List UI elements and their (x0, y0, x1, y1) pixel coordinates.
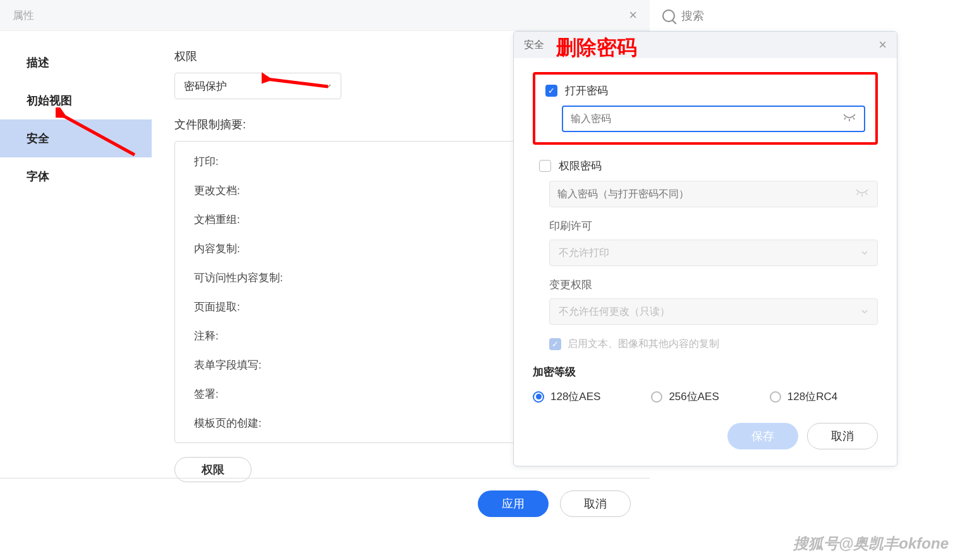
sidebar-item-fonts[interactable]: 字体 (0, 157, 152, 195)
open-password-checkbox[interactable]: ✓ (545, 85, 557, 97)
arrow-annotation (56, 107, 138, 158)
perm-password-input-wrap (549, 181, 878, 207)
print-permission-select: 不允许打印 (549, 240, 878, 266)
chevron-down-icon (861, 249, 868, 257)
radio-icon (651, 391, 662, 403)
encryption-option-128rc4[interactable]: 128位RC4 (770, 389, 837, 404)
open-password-input[interactable] (562, 106, 865, 132)
dialog-footer: 应用 取消 (0, 478, 650, 528)
security-title: 安全 (524, 39, 544, 52)
copy-content-row: ✓ 启用文本、图像和其他内容的复制 (549, 338, 878, 351)
watermark: 搜狐号@奥凯丰okfone (793, 533, 949, 554)
cancel-button[interactable]: 取消 (807, 423, 878, 449)
dialog-header: 属性 × (0, 0, 650, 31)
radio-icon (533, 391, 544, 403)
open-password-label: 打开密码 (565, 83, 608, 98)
highlighted-section: ✓ 打开密码 (533, 72, 878, 145)
perm-password-input (549, 181, 878, 207)
encryption-option-128aes[interactable]: 128位AES (533, 389, 600, 404)
svg-line-1 (62, 115, 135, 155)
open-password-input-wrap (562, 106, 865, 132)
sidebar: 描述 初始视图 安全 字体 (0, 31, 152, 478)
top-bar: 搜索 (650, 0, 960, 31)
print-permission-value: 不允许打印 (559, 247, 609, 260)
search-box[interactable]: 搜索 (662, 8, 704, 23)
sidebar-item-description[interactable]: 描述 (0, 44, 152, 82)
change-permission-select: 不允许任何更改（只读） (549, 298, 878, 325)
encryption-options: 128位AES 256位AES 128位RC4 (533, 389, 878, 404)
chevron-down-icon (861, 308, 868, 315)
copy-content-checkbox: ✓ (549, 338, 561, 350)
search-placeholder: 搜索 (681, 8, 704, 23)
perm-password-row: 权限密码 (539, 159, 878, 173)
encryption-option-256aes[interactable]: 256位AES (651, 389, 719, 404)
save-button: 保存 (727, 423, 798, 449)
change-permission-label: 变更权限 (549, 277, 878, 292)
encryption-title: 加密等级 (533, 365, 878, 379)
change-permission-value: 不允许任何更改（只读） (559, 305, 670, 319)
select-value: 密码保护 (184, 79, 227, 94)
eye-closed-icon[interactable] (842, 113, 856, 125)
svg-line-0 (267, 79, 328, 87)
print-permission-label: 印刷许可 (549, 219, 878, 233)
perm-password-label: 权限密码 (559, 159, 602, 173)
security-footer: 保存 取消 (533, 423, 878, 449)
security-panel: 安全 × ✓ 打开密码 权限密码 (513, 31, 897, 466)
open-password-row: ✓ 打开密码 (545, 83, 865, 98)
search-icon (662, 9, 675, 22)
arrow-annotation (262, 71, 331, 90)
dialog-title: 属性 (13, 8, 34, 23)
perm-password-checkbox[interactable] (539, 160, 551, 172)
permission-password-section: 权限密码 印刷许可 不允许打印 变更权限 不允许任何更改（只读） (539, 159, 878, 351)
close-icon[interactable]: × (878, 37, 887, 53)
eye-closed-icon (855, 188, 869, 200)
radio-icon (770, 391, 781, 403)
annotation-text: 删除密码 (556, 34, 637, 62)
cancel-button[interactable]: 取消 (560, 490, 631, 517)
close-icon[interactable]: × (629, 7, 637, 23)
copy-content-label: 启用文本、图像和其他内容的复制 (568, 338, 719, 351)
apply-button[interactable]: 应用 (478, 490, 549, 517)
encryption-section: 加密等级 128位AES 256位AES 128位RC4 (533, 365, 878, 404)
